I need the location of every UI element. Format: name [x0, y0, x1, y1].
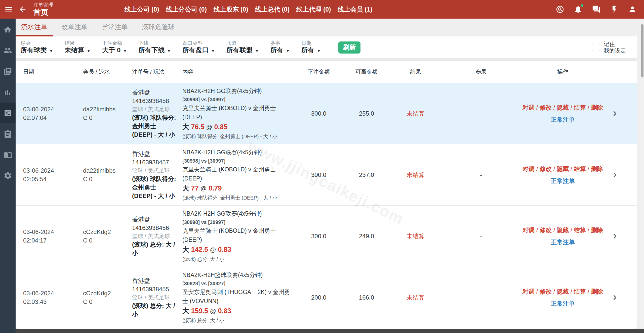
- settings-icon: [4, 171, 12, 180]
- messages-icon[interactable]: [591, 4, 601, 14]
- action-swap-link[interactable]: 对调: [522, 227, 535, 233]
- members-icon: [4, 46, 12, 55]
- sidebar-item-reports[interactable]: [0, 61, 16, 82]
- account-icon[interactable]: [627, 4, 637, 14]
- nav-online-company[interactable]: 线上公司 (0): [125, 5, 159, 14]
- action-settle-link[interactable]: 结算: [574, 104, 586, 111]
- action-delete-link[interactable]: 删除: [591, 104, 603, 111]
- bet-score: -: [441, 144, 521, 205]
- action-edit-link[interactable]: 修改: [540, 165, 552, 172]
- tab-live-danger[interactable]: 滚球危险球: [136, 19, 180, 36]
- bet-win-amount: 237.0: [343, 144, 390, 205]
- reports-icon: [4, 67, 12, 76]
- filter-date[interactable]: 日期 所有▼: [301, 40, 321, 55]
- normal-bet-link[interactable]: 正常注单: [551, 300, 575, 308]
- col-content: 内容: [179, 68, 295, 76]
- nav-online-agent[interactable]: 线上代理 (0): [296, 5, 331, 14]
- filter-match[interactable]: 赛事 所有▼: [270, 40, 290, 55]
- search-icon[interactable]: [555, 4, 565, 14]
- tab-changed-bets[interactable]: 改单注单: [56, 19, 93, 36]
- action-hide-link[interactable]: 隐藏: [557, 288, 569, 295]
- sidebar-item-bet-orders[interactable]: [0, 103, 16, 123]
- chevron-right-icon[interactable]: [612, 294, 618, 301]
- flash-icon[interactable]: [609, 4, 619, 14]
- remember-settings[interactable]: 记住 我的设定: [593, 41, 626, 54]
- filter-result[interactable]: 结果 未结算▼: [65, 40, 91, 55]
- action-separator: /: [569, 165, 574, 172]
- nav-online-branch[interactable]: 线上分公司 (0): [166, 5, 207, 14]
- chevron-down-icon: ▼: [317, 49, 321, 53]
- scrollbar-thumb[interactable]: [641, 24, 643, 77]
- action-swap-link[interactable]: 对调: [522, 104, 535, 111]
- action-delete-link[interactable]: 删除: [591, 288, 603, 295]
- back-icon[interactable]: [16, 2, 30, 16]
- nav-online-master-agent[interactable]: 线上总代 (0): [255, 5, 290, 14]
- col-score: 赛果: [441, 68, 521, 76]
- filter-amount[interactable]: 下注金额 大于 0▼: [102, 40, 127, 55]
- bet-result: 未结算: [390, 206, 441, 267]
- filter-sport[interactable]: 球类 所有球类▼: [21, 40, 53, 55]
- sidebar-item-home[interactable]: [0, 19, 16, 40]
- bet-list-icon: [4, 109, 12, 117]
- action-separator: /: [586, 288, 591, 295]
- chevron-down-icon: ▼: [123, 49, 127, 53]
- table-row: 03-06-2024 02:05:54 da22timibbs C 0 香港盘 …: [16, 144, 637, 206]
- bet-date: 03-06-2024 02:04:17: [16, 206, 81, 267]
- normal-bet-link[interactable]: 正常注单: [551, 116, 575, 124]
- sidebar-item-stats[interactable]: [0, 82, 16, 103]
- refresh-button[interactable]: 刷新: [338, 41, 360, 54]
- tab-flow-bets[interactable]: 流水注单: [16, 19, 53, 36]
- action-edit-link[interactable]: 修改: [540, 104, 552, 111]
- sidebar-item-settings[interactable]: [0, 165, 16, 186]
- normal-bet-link[interactable]: 正常注单: [551, 238, 575, 246]
- action-edit-link[interactable]: 修改: [540, 227, 552, 233]
- bet-actions: 对调 / 修改 / 隐藏 / 结算 / 删除 正常注单: [521, 206, 604, 267]
- bet-amount: 300.0: [295, 144, 343, 205]
- action-hide-link[interactable]: 隐藏: [557, 227, 569, 233]
- sidebar-item-members[interactable]: [0, 40, 16, 61]
- bet-date: 03-06-2024 02:07:04: [16, 83, 81, 144]
- action-delete-link[interactable]: 删除: [591, 227, 603, 233]
- action-settle-link[interactable]: 结算: [574, 227, 586, 233]
- action-swap-link[interactable]: 对调: [522, 288, 535, 295]
- bet-content: NBA2K-H2H GG联赛(4x5分钟) [30998] vs [30997]…: [179, 83, 295, 144]
- tab-abnormal-bets[interactable]: 异常注单: [96, 19, 133, 36]
- chevron-down-icon: ▼: [167, 49, 171, 53]
- action-edit-link[interactable]: 修改: [540, 288, 552, 295]
- filter-downline[interactable]: 下线 所有下线▼: [138, 40, 171, 55]
- menu-icon[interactable]: [2, 2, 16, 16]
- action-separator: /: [535, 165, 540, 172]
- action-settle-link[interactable]: 结算: [574, 165, 586, 172]
- nav-online-shareholder[interactable]: 线上股东 (0): [214, 5, 248, 14]
- bet-score: -: [441, 206, 521, 267]
- bottom-strip: [16, 329, 644, 333]
- action-hide-link[interactable]: 隐藏: [557, 165, 569, 172]
- action-links: 对调 / 修改 / 隐藏 / 结算 / 删除: [522, 165, 603, 173]
- bet-win-amount: 255.0: [343, 83, 390, 144]
- nav-online-member[interactable]: 线上会员 (1): [338, 5, 373, 14]
- chevron-right-icon[interactable]: [612, 110, 618, 117]
- action-swap-link[interactable]: 对调: [522, 165, 535, 172]
- scrollbar[interactable]: [640, 19, 644, 329]
- bet-content: NBA2K-H2H GG联赛(4x5分钟) [30998] vs [30997]…: [179, 206, 295, 267]
- action-settle-link[interactable]: 结算: [574, 288, 586, 295]
- ledger-icon: [4, 151, 12, 159]
- action-separator: /: [569, 288, 574, 295]
- bet-result: 未结算: [390, 83, 441, 144]
- bets-card: 球类 所有球类▼ 结果 未结算▼ 下注金额 大于 0▼ 下线 所有下线▼ 盘口类…: [16, 36, 637, 329]
- filter-league[interactable]: 联盟 所有联盟▼: [226, 40, 259, 55]
- filter-market-type[interactable]: 盘口类型 所有盘口▼: [182, 40, 215, 55]
- remember-checkbox[interactable]: [593, 44, 600, 51]
- action-hide-link[interactable]: 隐藏: [557, 104, 569, 111]
- col-win: 可赢金额: [343, 68, 390, 76]
- chevron-right-icon[interactable]: [612, 172, 618, 178]
- action-separator: /: [586, 104, 591, 111]
- row-expand: [604, 267, 625, 328]
- notifications-icon[interactable]: [573, 4, 583, 14]
- sidebar-item-records[interactable]: [0, 123, 16, 144]
- action-delete-link[interactable]: 删除: [591, 165, 603, 172]
- table-row: 03-06-2024 02:04:17 cCzdKdg2 C 0 香港盘 141…: [16, 206, 637, 267]
- normal-bet-link[interactable]: 正常注单: [551, 177, 575, 185]
- sidebar-item-ledger[interactable]: [0, 144, 16, 165]
- chevron-right-icon[interactable]: [612, 233, 618, 240]
